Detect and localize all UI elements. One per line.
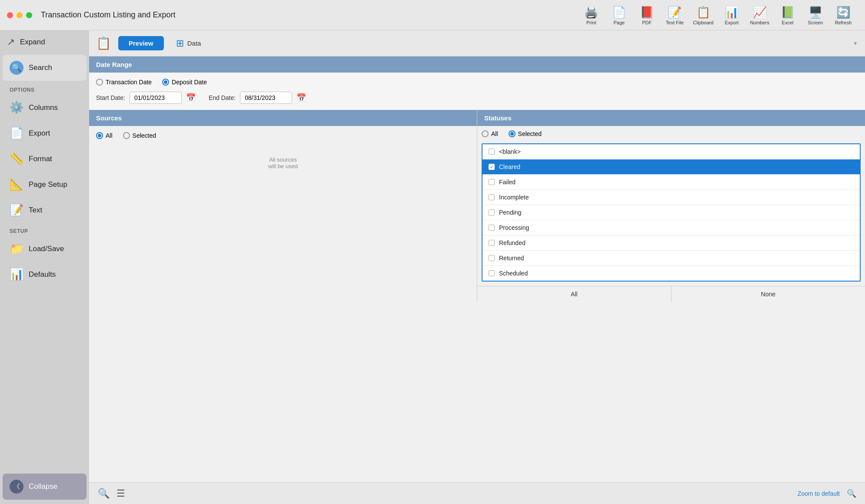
sidebar-item-collapse[interactable]: 《 Collapse xyxy=(3,474,86,500)
export-button[interactable]: 📊 Export xyxy=(719,4,745,27)
status-item-returned[interactable]: Returned xyxy=(482,251,860,266)
preview-doc-icon: 📋 xyxy=(96,36,111,50)
screen-label: Screen xyxy=(808,20,823,25)
text-file-button[interactable]: 📝 Text File xyxy=(662,4,688,27)
search-icon: 🔍 xyxy=(10,61,23,75)
status-label-scheduled: Scheduled xyxy=(499,270,528,277)
sources-note-line2: will be used xyxy=(268,163,298,169)
preview-button[interactable]: Preview xyxy=(118,36,164,50)
zoom-label[interactable]: Zoom to default xyxy=(798,490,840,497)
status-label-failed: Failed xyxy=(499,179,516,186)
format-icon: 📏 xyxy=(10,152,23,166)
sources-body: All Selected All sources will be used xyxy=(89,126,477,256)
transaction-date-circle xyxy=(96,79,103,86)
status-item-pending[interactable]: Pending xyxy=(482,205,860,220)
statuses-section: Statuses All Selected xyxy=(477,110,865,302)
date-type-radio-group: Transaction Date Deposit Date xyxy=(96,79,858,86)
pdf-label: PDF xyxy=(642,20,652,25)
maximize-button[interactable] xyxy=(26,12,32,18)
status-label-blank: <blank> xyxy=(499,148,521,155)
sidebar-item-text[interactable]: 📝 Text xyxy=(3,198,86,222)
status-item-processing[interactable]: Processing xyxy=(482,220,860,235)
statuses-all-radio[interactable]: All xyxy=(482,130,498,137)
page-label: Page xyxy=(613,20,625,25)
sidebar-item-defaults[interactable]: 📊 Defaults xyxy=(3,262,86,286)
date-range-body: Transaction Date Deposit Date Start Date… xyxy=(89,73,865,110)
sidebar-item-expand[interactable]: ↗ Expand xyxy=(0,30,89,54)
status-checkbox-pending xyxy=(489,209,495,216)
sidebar-item-page-setup[interactable]: 📐 Page Setup xyxy=(3,172,86,196)
clipboard-button[interactable]: 📋 Clipboard xyxy=(689,4,717,27)
data-grid-icon: ⊞ xyxy=(176,38,184,49)
statuses-none-button[interactable]: None xyxy=(672,286,865,302)
zoom-in-icon[interactable]: 🔍 xyxy=(847,489,856,498)
status-label-pending: Pending xyxy=(499,209,521,216)
date-range-section: Date Range Transaction Date Deposit Date xyxy=(89,56,865,110)
refresh-button[interactable]: 🔄 Refresh xyxy=(830,4,856,27)
refresh-label: Refresh xyxy=(835,20,852,25)
sidebar-item-load-save[interactable]: 📁 Load/Save xyxy=(3,237,86,261)
excel-icon: 📗 xyxy=(781,6,795,19)
sources-all-radio[interactable]: All xyxy=(96,132,113,139)
sources-note-line1: All sources xyxy=(269,156,297,163)
sidebar-item-format[interactable]: 📏 Format xyxy=(3,147,86,171)
defaults-label: Defaults xyxy=(29,270,56,279)
statuses-selected-radio[interactable]: Selected xyxy=(509,130,542,137)
expand-icon: ↗ xyxy=(7,36,15,48)
start-date-calendar-icon[interactable]: 📅 xyxy=(186,93,196,103)
sources-selected-label: Selected xyxy=(133,132,156,139)
status-label-cleared: Cleared xyxy=(499,163,520,170)
statuses-list: <blank> ✓ Cleared Failed xyxy=(482,143,861,282)
form-panel: Date Range Transaction Date Deposit Date xyxy=(89,56,865,482)
start-date-input[interactable] xyxy=(130,92,182,104)
status-label-incomplete: Incomplete xyxy=(499,194,529,201)
text-file-icon: 📝 xyxy=(668,6,682,19)
excel-button[interactable]: 📗 Excel xyxy=(775,4,801,27)
status-checkbox-blank xyxy=(489,149,495,155)
page-setup-icon: 📐 xyxy=(10,178,23,191)
status-item-cleared[interactable]: ✓ Cleared xyxy=(482,159,860,175)
page-button[interactable]: 📄 Page xyxy=(606,4,632,27)
print-button[interactable]: 🖨️ Print xyxy=(578,4,604,27)
clipboard-label: Clipboard xyxy=(693,20,713,25)
sources-selected-radio[interactable]: Selected xyxy=(123,132,156,139)
status-item-incomplete[interactable]: Incomplete xyxy=(482,190,860,205)
statuses-radio-group: All Selected xyxy=(482,130,861,137)
minimize-button[interactable] xyxy=(17,12,23,18)
text-icon: 📝 xyxy=(10,203,23,217)
data-button[interactable]: ⊞ Data xyxy=(171,35,206,52)
status-label-processing: Processing xyxy=(499,224,529,231)
statuses-radio-group-wrapper: All Selected xyxy=(477,126,865,137)
excel-label: Excel xyxy=(782,20,794,25)
sources-statuses-container: Sources All Selected xyxy=(89,110,865,302)
page-setup-label: Page Setup xyxy=(29,180,67,189)
end-date-input[interactable] xyxy=(240,92,292,104)
sidebar-item-export[interactable]: 📄 Export xyxy=(3,121,86,145)
export-icon: 📊 xyxy=(725,6,739,19)
sidebar-item-columns[interactable]: ⚙️ Columns xyxy=(3,96,86,119)
status-checkbox-failed xyxy=(489,179,495,185)
search-bottom-icon[interactable]: 🔍 xyxy=(98,488,110,499)
sidebar-item-search[interactable]: 🔍 Search xyxy=(3,55,86,81)
transaction-date-radio[interactable]: Transaction Date xyxy=(96,79,152,86)
close-button[interactable] xyxy=(7,12,13,18)
options-section-label: OPTIONS xyxy=(0,82,89,95)
status-item-failed[interactable]: Failed xyxy=(482,175,860,190)
status-item-refunded[interactable]: Refunded xyxy=(482,235,860,251)
statuses-selected-label: Selected xyxy=(518,130,542,137)
content-area: 📋 Preview ⊞ Data ▼ Date Range Transactio… xyxy=(89,30,865,504)
end-date-calendar-icon[interactable]: 📅 xyxy=(296,93,306,103)
status-item-scheduled[interactable]: Scheduled xyxy=(482,266,860,281)
pdf-button[interactable]: 📕 PDF xyxy=(634,4,660,27)
statuses-all-button[interactable]: All xyxy=(477,286,672,302)
numbers-button[interactable]: 📈 Numbers xyxy=(746,4,773,27)
statuses-all-label: All xyxy=(491,130,498,137)
preview-bar: 📋 Preview ⊞ Data ▼ xyxy=(89,30,865,56)
statuses-list-wrapper: <blank> ✓ Cleared Failed xyxy=(477,143,865,286)
print-icon: 🖨️ xyxy=(584,6,598,19)
status-item-blank[interactable]: <blank> xyxy=(482,144,860,159)
screen-button[interactable]: 🖥️ Screen xyxy=(802,4,828,27)
export-label: Export xyxy=(725,20,739,25)
deposit-date-radio[interactable]: Deposit Date xyxy=(162,79,207,86)
list-bottom-icon[interactable]: ☰ xyxy=(116,488,125,499)
